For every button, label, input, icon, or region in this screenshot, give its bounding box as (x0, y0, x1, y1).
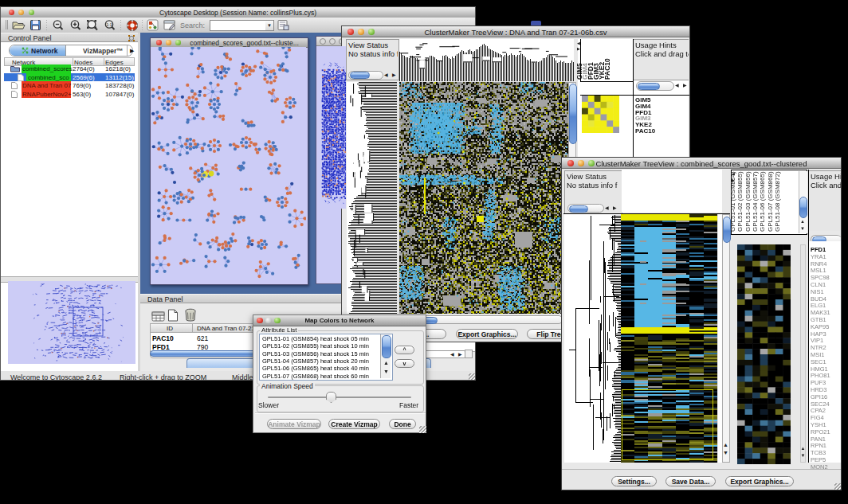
svg-text:1:1: 1:1 (107, 22, 112, 27)
